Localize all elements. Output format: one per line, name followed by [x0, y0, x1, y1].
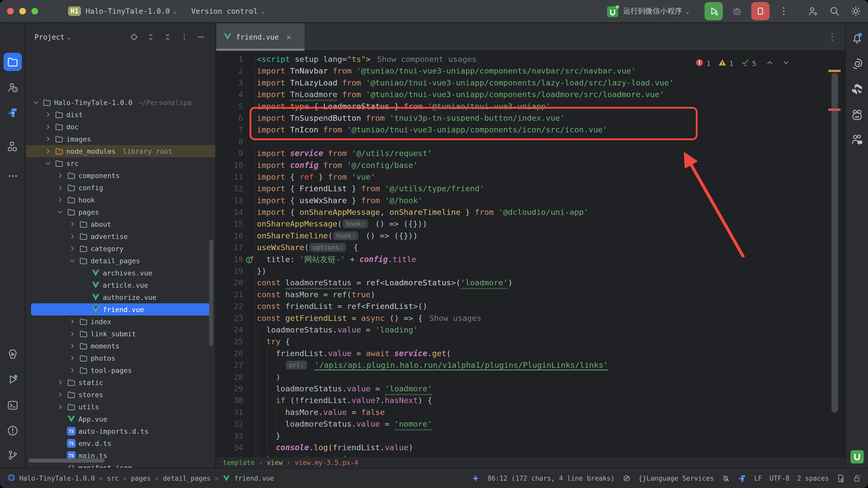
- code-line[interactable]: 10import config from '@/config/base': [216, 159, 845, 171]
- chevron-right-icon[interactable]: [54, 379, 66, 386]
- line-number[interactable]: 16: [216, 230, 243, 241]
- code-line[interactable]: 3import TnLazyLoad from '@tuniao/tnui-vu…: [216, 77, 845, 89]
- code-line[interactable]: 27 url: '/apis/api.plugin.halo.run/v1alp…: [216, 359, 845, 371]
- editor-config-icon[interactable]: [837, 474, 845, 483]
- code-line[interactable]: 21const hasMore = ref(true): [216, 289, 845, 300]
- chevron-right-icon[interactable]: [42, 124, 54, 130]
- code-line[interactable]: 24 loadmoreStatus.value = 'loading': [216, 324, 845, 335]
- chevron-right-icon[interactable]: [66, 245, 79, 252]
- line-number[interactable]: 4: [216, 89, 243, 100]
- editor-hint-text[interactable]: Show usages: [429, 312, 481, 324]
- tree-item-article.vue[interactable]: article.vue: [26, 279, 215, 291]
- code-line[interactable]: 18 title: '网站友链-' + config.title: [216, 253, 845, 265]
- uniapp-helper-icon[interactable]: [849, 449, 865, 465]
- notifications-off-icon[interactable]: [721, 474, 730, 483]
- line-number[interactable]: 26: [216, 348, 243, 359]
- line-number[interactable]: 11: [216, 171, 243, 183]
- more-tool-windows-button[interactable]: [4, 167, 22, 185]
- error-stripe-mark[interactable]: [828, 108, 841, 111]
- line-number[interactable]: 6: [216, 112, 243, 124]
- chevron-down-icon[interactable]: [66, 257, 79, 264]
- chevron-right-icon[interactable]: [42, 136, 54, 142]
- code-with-me-icon[interactable]: [849, 132, 865, 148]
- line-number[interactable]: 23: [216, 312, 243, 324]
- project-tree-vertical-scrollbar[interactable]: [209, 240, 213, 346]
- plugin-3d-icon[interactable]: [849, 81, 865, 97]
- line-number[interactable]: 13: [216, 195, 243, 206]
- highlighting-level-icon[interactable]: [622, 474, 631, 483]
- ai-robot-plugin-icon[interactable]: [849, 107, 865, 123]
- tree-item-dist[interactable]: dist: [26, 108, 215, 121]
- more-actions-button[interactable]: [778, 6, 789, 17]
- code-line[interactable]: 34 console.log(friendList.value): [216, 442, 845, 453]
- chevron-right-icon[interactable]: [66, 318, 79, 325]
- tree-item-authorize.vue[interactable]: authorize.vue: [26, 291, 215, 303]
- status-path-segment[interactable]: src: [107, 475, 119, 482]
- select-opened-file-button[interactable]: [130, 33, 138, 41]
- line-number[interactable]: 28: [216, 371, 243, 383]
- code-line[interactable]: 33 }: [216, 430, 845, 442]
- chevron-right-icon[interactable]: [66, 221, 79, 228]
- code-line[interactable]: 29 loadmoreStatus.value = 'loadmore': [216, 383, 845, 394]
- inspections-widget[interactable]: 1 1 5: [695, 58, 795, 68]
- hide-panel-button[interactable]: [197, 33, 205, 41]
- tree-item-doc[interactable]: doc: [26, 121, 215, 133]
- line-number[interactable]: 3: [216, 77, 243, 89]
- code-line[interactable]: 5import type { LoadmoreStatus } from '@t…: [216, 100, 845, 112]
- tree-item-utils[interactable]: utils: [26, 401, 215, 413]
- tree-item-auto-imports.d.ts[interactable]: TSauto-imports.d.ts: [26, 425, 215, 437]
- version-control-menu[interactable]: Version control: [191, 7, 258, 15]
- file-writable-icon[interactable]: [853, 474, 861, 483]
- terminal-tool-button[interactable]: [4, 396, 22, 415]
- editor-hint-text[interactable]: Show component usages: [377, 53, 477, 65]
- line-number[interactable]: 29: [216, 383, 243, 394]
- tree-item-index[interactable]: index: [26, 316, 215, 328]
- code-line[interactable]: 28 ): [216, 371, 845, 383]
- line-number[interactable]: 21: [216, 289, 243, 300]
- code-line[interactable]: 35 } catch (error) {: [216, 453, 845, 457]
- prev-problem-icon[interactable]: [766, 58, 774, 68]
- code-line[interactable]: 11import { ref } from 'vue': [216, 171, 845, 183]
- chevron-right-icon[interactable]: [66, 343, 79, 349]
- status-path-segment[interactable]: pages: [131, 475, 151, 482]
- indent-style[interactable]: 2 spaces: [797, 475, 829, 482]
- f-plugin-status-icon[interactable]: [738, 474, 746, 483]
- chevron-right-icon[interactable]: [54, 185, 66, 191]
- status-path-segment[interactable]: detail_pages: [163, 475, 211, 482]
- tree-item-advertise[interactable]: advertise: [26, 230, 215, 242]
- caret-position[interactable]: 86:12 (172 chars, 4 line breaks): [488, 475, 615, 482]
- line-number[interactable]: 25: [216, 335, 243, 347]
- breadcrumb-view[interactable]: view: [267, 459, 283, 466]
- tree-item-about[interactable]: about: [26, 218, 215, 230]
- tree-item-components[interactable]: components: [26, 169, 215, 182]
- tree-item-images[interactable]: images: [26, 133, 215, 145]
- line-number[interactable]: 10: [216, 159, 243, 171]
- run-configuration-select[interactable]: 运行到微信小程序: [623, 6, 682, 16]
- tree-item-src[interactable]: src: [26, 157, 215, 169]
- line-number[interactable]: 27: [216, 359, 243, 371]
- code-line[interactable]: 30 if (!friendList.value?.hasNext) {: [216, 394, 845, 406]
- code-line[interactable]: 4import TnLoadmore from '@tuniao/tnui-vu…: [216, 89, 845, 100]
- line-number[interactable]: 12: [216, 183, 243, 194]
- notification-bell-icon[interactable]: [849, 30, 865, 46]
- chevron-right-icon[interactable]: [66, 367, 79, 373]
- structure-tool-button[interactable]: [4, 137, 22, 156]
- tree-item-category[interactable]: category: [26, 242, 215, 255]
- line-number[interactable]: 20: [216, 277, 243, 288]
- breadcrumb-view.my-3.5.px-4[interactable]: view.my-3.5.px-4: [294, 459, 358, 466]
- chevron-right-icon[interactable]: [42, 148, 54, 155]
- line-number[interactable]: 34: [216, 442, 243, 453]
- next-problem-icon[interactable]: [782, 58, 790, 68]
- tree-item-pages[interactable]: pages: [26, 206, 215, 218]
- chevron-right-icon[interactable]: [66, 233, 79, 240]
- line-number[interactable]: 9: [216, 148, 243, 159]
- chevron-right-icon[interactable]: [54, 172, 66, 179]
- tree-item-node_modules[interactable]: node_moduleslibrary root: [26, 145, 215, 157]
- line-number[interactable]: 19: [216, 265, 243, 277]
- inlay-hint[interactable]: hook:: [343, 219, 368, 228]
- tree-item-env.d.ts[interactable]: TSenv.d.ts: [26, 437, 215, 450]
- code-line[interactable]: 14import { onShareAppMessage, onShareTim…: [216, 206, 845, 218]
- line-number[interactable]: 8: [216, 136, 243, 148]
- code-line[interactable]: 12import { FriendList } from '@/utils/ty…: [216, 183, 845, 194]
- status-current-file[interactable]: friend.vue: [234, 475, 274, 482]
